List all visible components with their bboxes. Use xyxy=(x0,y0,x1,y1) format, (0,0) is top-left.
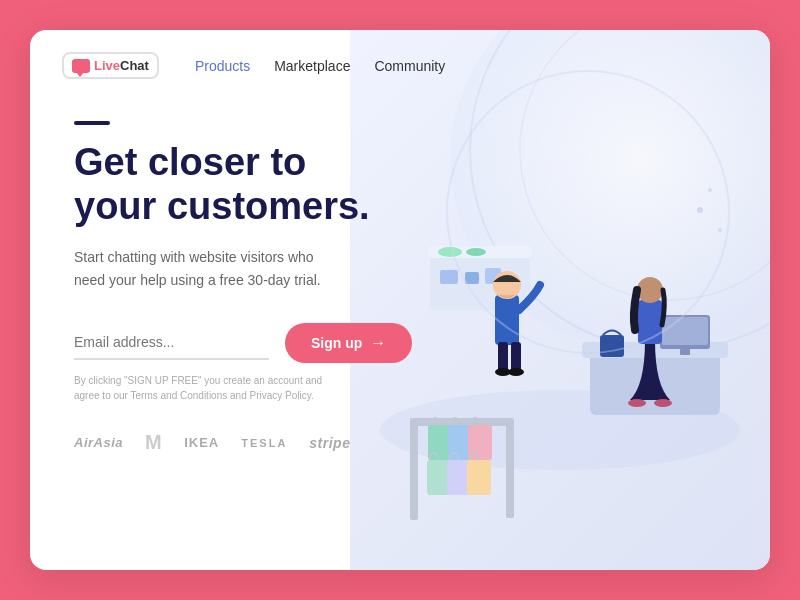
brand-stripe: stripe xyxy=(309,435,350,451)
nav-community[interactable]: Community xyxy=(374,58,445,74)
main-card: LiveChat Products Marketplace Community … xyxy=(30,30,770,570)
brand-ikea: IKEA xyxy=(184,435,219,450)
terms-text: By clicking "SIGN UP FREE" you create an… xyxy=(74,373,344,403)
brand-airasia: AirAsia xyxy=(74,435,123,450)
brand-mcdonalds: M xyxy=(145,431,162,454)
navbar: LiveChat Products Marketplace Community xyxy=(30,30,770,101)
arrow-icon: → xyxy=(370,334,386,352)
brand-tesla: TESLA xyxy=(241,437,287,449)
brand-logos: AirAsia M IKEA TESLA stripe xyxy=(74,431,726,454)
signup-button[interactable]: Sign up → xyxy=(285,323,412,363)
nav-products[interactable]: Products xyxy=(195,58,250,74)
subheadline: Start chatting with website visitors who… xyxy=(74,246,344,291)
svg-rect-34 xyxy=(467,460,491,495)
logo[interactable]: LiveChat xyxy=(62,52,159,79)
nav-links: Products Marketplace Community xyxy=(195,58,445,74)
accent-line xyxy=(74,121,110,125)
nav-marketplace[interactable]: Marketplace xyxy=(274,58,350,74)
email-input[interactable] xyxy=(74,326,269,360)
headline: Get closer to your customers. xyxy=(74,141,394,228)
main-content: Get closer to your customers. Start chat… xyxy=(30,101,770,454)
signup-form: Sign up → xyxy=(74,323,726,363)
logo-text: LiveChat xyxy=(94,58,149,73)
livechat-icon xyxy=(72,59,90,73)
